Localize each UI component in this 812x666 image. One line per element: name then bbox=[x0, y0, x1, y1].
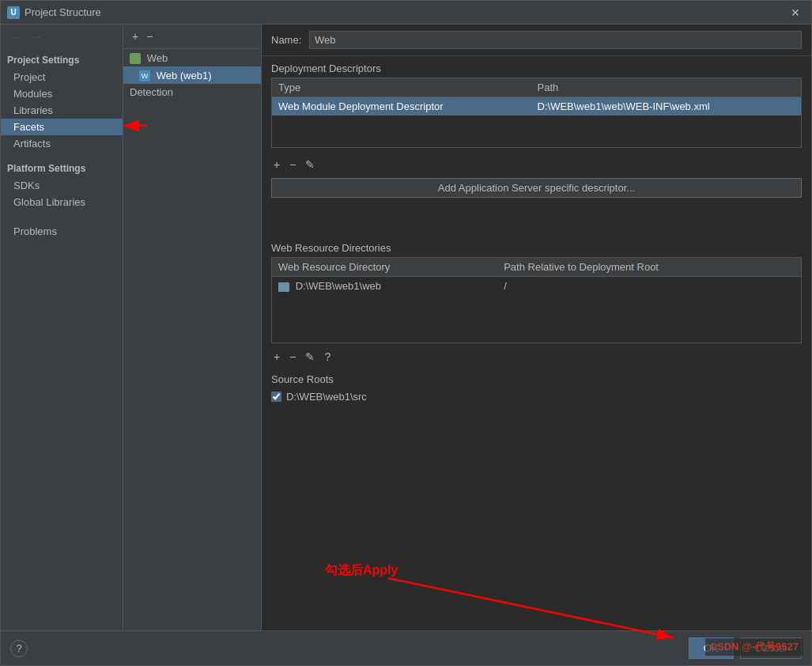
wr-remove-button[interactable]: − bbox=[287, 350, 298, 364]
sidebar-item-libraries[interactable]: Libraries bbox=[1, 102, 123, 119]
dd-edit-button[interactable]: ✎ bbox=[303, 157, 317, 172]
cancel-button[interactable]: Cancel bbox=[740, 638, 802, 659]
web-icon bbox=[130, 53, 141, 64]
dd-path-cell: D:\WEB\web1\web\WEB-INF\web.xml bbox=[531, 97, 801, 116]
dd-add-button[interactable]: + bbox=[271, 157, 282, 172]
back-button[interactable]: ← bbox=[7, 29, 25, 45]
wr-edit-button[interactable]: ✎ bbox=[303, 350, 317, 364]
wr-row-0[interactable]: D:\WEB\web1\web / bbox=[272, 277, 801, 296]
source-roots-section: D:\WEB\web1\src bbox=[271, 388, 802, 405]
tree-root-item[interactable]: Web bbox=[123, 49, 261, 66]
web-resource-title: Web Resource Directories bbox=[262, 236, 811, 257]
sidebar-item-modules[interactable]: Modules bbox=[1, 85, 123, 102]
source-root-path-0: D:\WEB\web1\src bbox=[286, 391, 367, 403]
deployment-descriptors-table: Type Path Web Module Deployment Descript… bbox=[271, 78, 802, 148]
wr-help-button[interactable]: ? bbox=[322, 350, 333, 364]
name-field-label: Name: bbox=[271, 34, 303, 46]
wr-relative-path-header: Path Relative to Deployment Root bbox=[497, 258, 801, 277]
wr-add-button[interactable]: + bbox=[271, 350, 282, 364]
sidebar-item-problems[interactable]: Problems bbox=[1, 223, 123, 240]
sidebar: ← → Project Settings Project Modules Lib… bbox=[1, 25, 123, 630]
window-title: Project Structure bbox=[25, 6, 786, 18]
detection-label: Detection bbox=[130, 86, 173, 98]
title-bar: U Project Structure ✕ bbox=[1, 1, 811, 25]
tree-web-label: Web (web1) bbox=[157, 70, 212, 81]
folder-icon bbox=[278, 282, 289, 292]
name-input[interactable] bbox=[309, 31, 802, 49]
web-module-icon: W bbox=[139, 70, 150, 81]
add-server-descriptor-button[interactable]: Add Application Server specific descript… bbox=[271, 178, 802, 198]
ok-button[interactable]: OK bbox=[689, 638, 734, 659]
name-row: Name: bbox=[262, 25, 811, 56]
sidebar-item-facets[interactable]: Facets bbox=[1, 119, 123, 135]
dd-type-cell: Web Module Deployment Descriptor bbox=[272, 97, 531, 116]
tree-detection-item[interactable]: Detection bbox=[123, 84, 261, 100]
dd-path-header: Path bbox=[531, 78, 801, 97]
sidebar-item-sdks[interactable]: SDKs bbox=[1, 177, 123, 194]
wr-directory-header: Web Resource Directory bbox=[272, 258, 497, 277]
bottom-left: ? bbox=[10, 640, 28, 657]
source-root-checkbox-0[interactable] bbox=[271, 392, 281, 402]
platform-settings-label: Platform Settings bbox=[1, 158, 123, 177]
app-icon: U bbox=[7, 6, 20, 19]
tree-web-web1-item[interactable]: W Web (web1) bbox=[123, 66, 261, 84]
tree-root-label: Web bbox=[147, 52, 168, 64]
sidebar-item-artifacts[interactable]: Artifacts bbox=[1, 135, 123, 152]
wr-toolbar: + − ✎ ? bbox=[262, 346, 811, 367]
sidebar-item-project[interactable]: Project bbox=[1, 69, 123, 85]
tree-add-button[interactable]: + bbox=[130, 29, 141, 44]
web-resource-table: Web Resource Directory Path Relative to … bbox=[271, 257, 802, 343]
help-button[interactable]: ? bbox=[10, 640, 28, 657]
wr-relative-path-cell: / bbox=[497, 277, 801, 296]
sidebar-nav: ← → bbox=[1, 25, 123, 50]
forward-button[interactable]: → bbox=[28, 29, 45, 45]
source-roots-title: Source Roots bbox=[262, 367, 811, 388]
close-button[interactable]: ✕ bbox=[786, 5, 805, 21]
detail-panel: Name: Deployment Descriptors Type Path bbox=[262, 25, 811, 630]
dd-type-header: Type bbox=[272, 78, 531, 97]
tree-panel: + − Web W Web (web1) Detection bbox=[123, 25, 262, 630]
tree-toolbar: + − bbox=[123, 25, 261, 49]
wr-directory-cell: D:\WEB\web1\web bbox=[272, 277, 497, 296]
dd-row-0[interactable]: Web Module Deployment Descriptor D:\WEB\… bbox=[272, 97, 801, 116]
bottom-bar: ? OK Cancel bbox=[1, 630, 811, 665]
source-root-row-0: D:\WEB\web1\src bbox=[271, 388, 802, 405]
dd-remove-button[interactable]: − bbox=[287, 157, 298, 172]
tree-remove-button[interactable]: − bbox=[144, 29, 155, 44]
deployment-descriptors-title: Deployment Descriptors bbox=[262, 56, 811, 78]
dd-toolbar: + − ✎ bbox=[262, 154, 811, 175]
sidebar-item-global-libraries[interactable]: Global Libraries bbox=[1, 194, 123, 210]
project-settings-label: Project Settings bbox=[1, 50, 123, 69]
